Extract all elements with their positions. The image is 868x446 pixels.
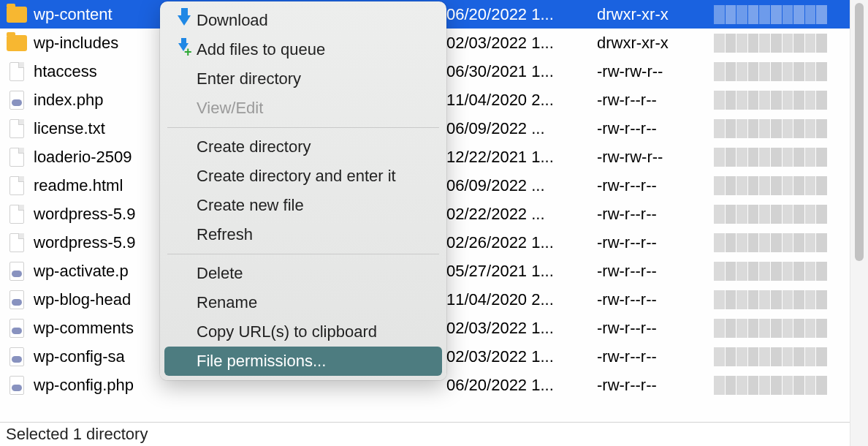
scroll-thumb[interactable] [855,3,864,261]
php-file-icon [9,347,24,366]
file-date: 02/26/2022 1... [446,233,597,252]
file-permissions: -rw-r--r-- [597,176,714,195]
menu-download-label: Download [197,11,268,30]
menu-download[interactable]: Download [164,6,442,35]
php-file-icon [9,376,24,395]
file-date: 02/03/2022 1... [446,347,597,366]
file-permissions: -rw-r--r-- [597,290,714,309]
menu-create-new-file[interactable]: Create new file [164,191,442,220]
file-date: 06/20/2022 1... [446,376,597,395]
file-date: 06/09/2022 ... [446,119,597,138]
file-permissions: -rw-r--r-- [597,319,714,338]
owner-redacted [714,91,842,110]
menu-view-edit-label: View/Edit [197,99,263,118]
folder-icon [7,7,27,23]
owner-redacted [714,233,842,252]
menu-add-files-to-queue[interactable]: + Add files to queue [164,35,442,64]
menu-refresh-label: Refresh [197,225,253,244]
file-permissions: -rw-rw-r-- [597,62,714,81]
file-permissions: drwxr-xr-x [597,5,714,24]
menu-create-directory-enter[interactable]: Create directory and enter it [164,162,442,191]
menu-refresh[interactable]: Refresh [164,220,442,249]
menu-rename-label: Rename [197,293,257,312]
menu-add-label: Add files to queue [197,40,325,59]
file-icon [9,205,24,224]
file-permissions: -rw-r--r-- [597,262,714,281]
menu-enter-directory[interactable]: Enter directory [164,64,442,94]
owner-redacted [714,148,842,167]
file-icon [9,233,24,252]
owner-redacted [714,376,842,395]
file-permissions: -rw-r--r-- [597,376,714,395]
file-permissions: -rw-r--r-- [597,91,714,110]
vertical-scrollbar[interactable] [850,0,868,446]
file-date: 02/03/2022 1... [446,34,597,53]
folder-icon [7,35,27,51]
file-icon [9,62,24,81]
download-icon [172,15,197,26]
menu-copy-url[interactable]: Copy URL(s) to clipboard [164,317,442,347]
file-permissions: -rw-rw-r-- [597,148,714,167]
status-text: Selected 1 directory [6,425,148,444]
file-date: 05/27/2021 1... [446,262,597,281]
menu-file-permissions-label: File permissions... [197,352,326,371]
file-permissions: -rw-r--r-- [597,347,714,366]
owner-redacted [714,34,842,53]
menu-rename[interactable]: Rename [164,288,442,317]
owner-redacted [714,347,842,366]
menu-file-permissions[interactable]: File permissions... [164,347,442,376]
menu-enter-label: Enter directory [197,69,301,88]
menu-view-edit: View/Edit [164,94,442,123]
file-permissions: -rw-r--r-- [597,205,714,224]
file-permissions: drwxr-xr-x [597,34,714,53]
file-date: 06/20/2022 1... [446,5,597,24]
file-date: 02/03/2022 1... [446,319,597,338]
add-files-icon: + [172,42,197,57]
menu-separator [167,127,439,128]
owner-redacted [714,176,842,195]
file-permissions: -rw-r--r-- [597,233,714,252]
menu-create-dir-label: Create directory [197,137,311,156]
file-date: 02/22/2022 ... [446,205,597,224]
menu-create-dir-enter-label: Create directory and enter it [197,167,396,186]
file-icon [9,176,24,195]
file-icon [9,119,24,138]
file-date: 11/04/2020 2... [446,290,597,309]
php-file-icon [9,319,24,338]
php-file-icon [9,91,24,110]
file-date: 06/30/2021 1... [446,62,597,81]
menu-create-directory[interactable]: Create directory [164,132,442,162]
php-file-icon [9,262,24,281]
menu-create-file-label: Create new file [197,196,304,215]
menu-delete-label: Delete [197,264,243,283]
owner-redacted [714,319,842,338]
file-date: 06/09/2022 ... [446,176,597,195]
owner-redacted [714,290,842,309]
owner-redacted [714,205,842,224]
file-icon [9,148,24,167]
owner-redacted [714,5,842,24]
file-permissions: -rw-r--r-- [597,119,714,138]
status-bar: Selected 1 directory [0,422,850,446]
php-file-icon [9,290,24,309]
file-date: 11/04/2020 2... [446,91,597,110]
menu-separator [167,254,439,254]
context-menu: Download + Add files to queue Enter dire… [160,1,446,380]
menu-copy-url-label: Copy URL(s) to clipboard [197,322,377,341]
owner-redacted [714,262,842,281]
file-date: 12/22/2021 1... [446,148,597,167]
owner-redacted [714,119,842,138]
menu-delete[interactable]: Delete [164,259,442,288]
owner-redacted [714,62,842,81]
